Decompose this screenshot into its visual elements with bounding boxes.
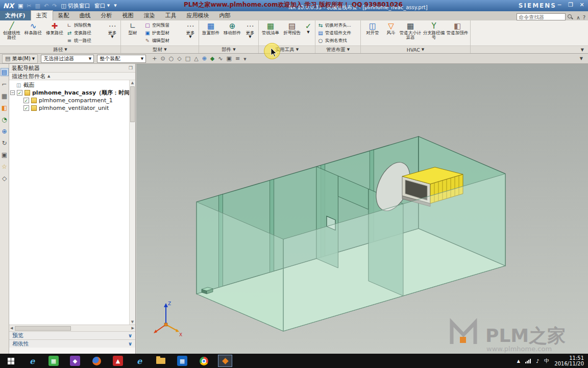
group-label-path[interactable]: 路径 ▼ — [0, 45, 120, 53]
path-more-button[interactable]: ⋯ 更多 ▼ — [105, 21, 119, 45]
checkbox-checked[interactable]: ✓ — [17, 90, 22, 96]
taskbar-app-internet-explorer[interactable]: e — [21, 354, 43, 368]
tree-row-assembly[interactable]: − ✓ plmhome_hvac_assy（顺序：时间顺序） — [9, 89, 135, 97]
quadrant-point-icon[interactable]: ⊕ — [202, 55, 207, 62]
coordinate-triad[interactable]: X Z — [154, 301, 182, 337]
unify-path-button[interactable]: ≡ 统一路径 — [66, 37, 104, 44]
save-icon[interactable]: ▣ — [18, 3, 23, 9]
routing-list-button[interactable]: ▦ 管线清单 — [260, 21, 281, 45]
qat-customize-button[interactable]: ▼ — [114, 4, 116, 8]
tab-curve[interactable]: 曲线 — [75, 11, 96, 20]
arc-center-icon[interactable]: △ — [194, 55, 198, 62]
constraint-navigator-icon[interactable]: ⌐ — [1, 81, 9, 88]
branch-path-number-button[interactable]: Y 分支路径编号 — [422, 21, 446, 45]
network-icon[interactable] — [525, 358, 531, 363]
tab-internal[interactable]: 内部 — [214, 11, 236, 20]
intersection-point-icon[interactable]: □ — [185, 55, 190, 62]
preview-section-header[interactable]: 预览 ∨ — [9, 331, 135, 339]
mid-point-icon[interactable]: ○ — [169, 55, 174, 62]
control-point-icon[interactable]: ◇ — [177, 55, 181, 62]
help-icon[interactable]: ? — [583, 15, 585, 20]
history-icon[interactable]: ↻ — [1, 140, 9, 147]
validate-button[interactable]: ✓ ▼ — [303, 21, 314, 45]
toolbar-options-icon[interactable]: ▼ — [580, 56, 586, 61]
taskbar-clock[interactable]: 11:51 2016/11/20 — [554, 355, 584, 367]
redo-icon[interactable]: ↷ — [52, 3, 57, 9]
instance-name-find-button[interactable]: ○ 实例名查找 — [317, 37, 358, 44]
scroll-up-icon[interactable]: ▲ — [131, 81, 134, 85]
taskbar-app-green[interactable]: ▦ — [43, 354, 64, 368]
tree-row-ventilator[interactable]: ✓ plmhome_ventilator_unit — [9, 104, 135, 112]
ime-language-indicator[interactable]: 中 — [544, 357, 549, 364]
pipe-component-file-button[interactable]: ▤ 管道组件文件 — [317, 30, 358, 36]
scroll-right-icon[interactable]: ▶ — [131, 326, 135, 330]
taskbar-app-blue[interactable]: ▦ — [172, 354, 193, 368]
taskbar-app-chrome[interactable] — [193, 354, 214, 368]
command-finder-input[interactable] — [517, 13, 566, 20]
duct-stiffener-button[interactable]: ◧ 管道加强件 — [446, 21, 469, 45]
minimize-ribbon-icon[interactable]: ∧ — [576, 15, 580, 20]
stock-button[interactable]: ∟ 型材 — [122, 21, 143, 45]
hd3d-tools-icon[interactable]: ◔ — [1, 116, 9, 123]
split-duct-button[interactable]: ◫ 对开管 — [362, 21, 383, 45]
group-label-hvac[interactable]: HVAC ▼ — [361, 45, 470, 53]
remove-corner-button[interactable]: ∟ 拆除拐角 — [66, 22, 104, 29]
group-label-stock[interactable]: 型材 ▼ — [121, 45, 199, 53]
taskbar-app-purple[interactable]: ◆ — [64, 354, 86, 368]
tab-home[interactable]: 主页 — [31, 10, 53, 20]
checkbox-checked[interactable]: ✓ — [23, 105, 29, 111]
copy-icon[interactable]: ▥ — [35, 3, 40, 9]
tab-tools[interactable]: 工具 — [160, 11, 182, 20]
switch-window-button[interactable]: ◫ 切换窗口 — [61, 2, 90, 10]
air-scoop-button[interactable]: ▽ 风斗 — [383, 21, 399, 45]
taskbar-app-nx-active[interactable] — [214, 354, 236, 368]
undo-icon[interactable]: ↶ — [44, 3, 48, 9]
roles-icon[interactable]: ☆ — [1, 163, 9, 170]
existing-point-icon[interactable]: ◆ — [210, 55, 214, 62]
graphics-viewport[interactable]: X Z PLM之家 www.plmhome.com — [136, 64, 588, 354]
heal-path-button[interactable]: ✚ 修复路径 — [44, 21, 65, 45]
process-studio-icon[interactable]: ▣ — [1, 151, 9, 158]
more-snap-icon[interactable]: ▼ — [243, 55, 246, 62]
scroll-left-icon[interactable]: ◀ — [9, 326, 14, 330]
tab-application-modules[interactable]: 应用模块 — [182, 11, 214, 20]
scrollbar-thumb[interactable] — [130, 86, 135, 122]
close-button[interactable]: ✕ — [578, 2, 586, 8]
jacket-stock-button[interactable]: ▣ 护套型材 — [144, 30, 182, 36]
taskbar-app-internet-explorer-2[interactable]: e — [129, 354, 150, 368]
part-navigator-icon[interactable]: ▦ — [1, 93, 9, 100]
cut-icon[interactable]: ✂ — [27, 3, 31, 9]
end-point-icon[interactable]: ⊙ — [160, 55, 165, 62]
group-label-part[interactable]: 部件 ▼ — [199, 45, 258, 53]
part-more-button[interactable]: ⋯ 更多 ▼ — [243, 21, 257, 45]
taskbar-app-firefox[interactable] — [86, 354, 107, 368]
duct-size-calculator-button[interactable]: ▦ 管道大小计算器 — [399, 21, 422, 45]
show-hidden-icons-chevron[interactable]: ▲ — [517, 359, 520, 363]
tab-view[interactable]: 视图 — [117, 11, 139, 20]
tab-assembly[interactable]: 装配 — [53, 11, 75, 20]
scrollbar-thumb[interactable] — [15, 326, 71, 331]
tree-row-compartment[interactable]: ✓ plmhome_compartment_1 — [9, 97, 135, 104]
web-browser-icon[interactable]: ⊕ — [1, 128, 9, 135]
transform-path-button[interactable]: ⇄ 变换路径 — [66, 30, 104, 36]
tab-render[interactable]: 渲染 — [139, 11, 160, 20]
reuse-library-icon[interactable]: ◧ — [1, 104, 9, 111]
taskbar-app-file-explorer[interactable] — [150, 354, 172, 368]
selection-scope-dropdown[interactable]: 整个装配 ▼ — [97, 55, 146, 63]
stock-more-button[interactable]: ⋯ 更多 ▼ — [183, 21, 198, 45]
more-groups-icon[interactable]: ▼ — [581, 48, 584, 52]
create-linear-path-button[interactable]: ╱ 创建线性路径 — [1, 21, 22, 45]
point-on-surface-icon[interactable]: ▣ — [227, 55, 232, 62]
minimize-button[interactable]: ─ — [555, 2, 564, 8]
tab-analysis[interactable]: 分析 — [96, 11, 117, 20]
dependencies-section-header[interactable]: 相依性 ∨ — [9, 339, 135, 348]
tree-row-sections[interactable]: ◫ 截面 — [9, 81, 135, 89]
restore-button[interactable]: ❐ — [567, 2, 575, 8]
system-materials-icon[interactable]: ◇ — [1, 175, 9, 182]
space-reservation-button[interactable]: □ 空间预留 — [144, 22, 182, 29]
checkbox-checked[interactable]: ✓ — [23, 98, 29, 103]
edit-stock-button[interactable]: ✎ 编辑型材 — [144, 37, 182, 44]
menu-button[interactable]: ▤ 菜单(M) ▼ — [2, 54, 38, 63]
start-button[interactable] — [0, 354, 21, 368]
group-label-pipe[interactable]: 管道布置 ▼ — [315, 45, 360, 53]
